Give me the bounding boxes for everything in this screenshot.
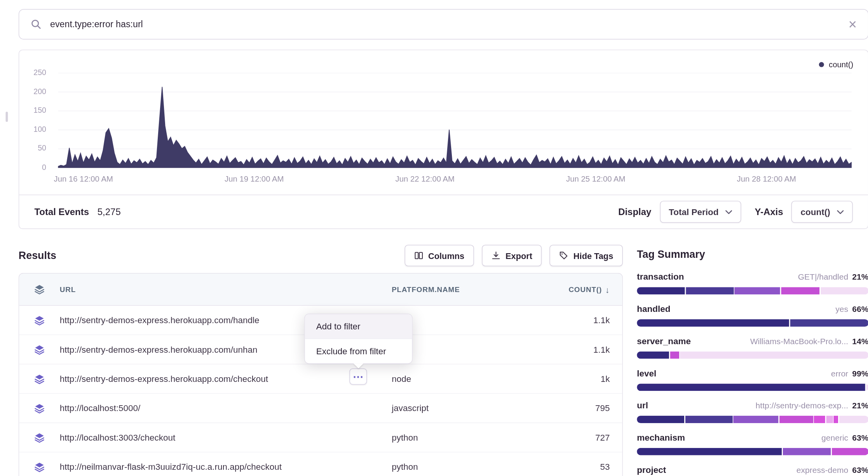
column-header-count[interactable]: COUNT() ↓: [548, 285, 622, 294]
tag-name: server_name: [637, 336, 691, 346]
tag-percent: 66%: [852, 304, 868, 313]
y-tick-label: 250: [33, 68, 46, 77]
results-toolbar: Columns Export Hide Tags: [404, 245, 623, 266]
context-menu-arrow: [354, 363, 364, 368]
tag-percent: 21%: [852, 401, 868, 410]
tag-value-group: express-demo63%: [797, 465, 868, 475]
menu-item-add-to-filter[interactable]: Add to filter: [305, 314, 412, 339]
tag-name: url: [637, 401, 648, 411]
left-resize-handle[interactable]: [6, 112, 8, 122]
layers-icon: [19, 344, 59, 355]
chart-legend: count(): [819, 60, 853, 69]
tag-icon: [559, 251, 568, 260]
tag-bar-segment: [783, 448, 831, 455]
column-header-url[interactable]: URL: [60, 285, 392, 294]
y-axis-label: Y-Axis: [755, 206, 783, 217]
tag-value: GET|/handled: [798, 273, 848, 282]
x-tick-label: Jun 16 12:00 AM: [54, 174, 113, 183]
tag-bar[interactable]: [637, 416, 868, 423]
tag-head: mechanismgeneric63%: [637, 433, 868, 443]
download-icon: [492, 251, 500, 260]
tag-bar-segment: [814, 416, 825, 423]
columns-icon: [414, 251, 423, 260]
layers-icon: [19, 315, 59, 326]
hide-tags-button[interactable]: Hide Tags: [550, 245, 623, 266]
tag-head: handledyes66%: [637, 304, 868, 314]
y-tick-label: 100: [33, 125, 46, 134]
tag-section: server_nameWilliams-MacBook-Pro.lo...14%: [637, 336, 868, 359]
tag-bar-segment: [781, 287, 820, 294]
tag-bar-segment: [866, 383, 868, 391]
tag-bar-segment: [832, 448, 868, 455]
search-icon: [30, 19, 42, 30]
chevron-down-icon: [837, 210, 844, 214]
legend-dot-icon: [819, 62, 824, 67]
tag-head: levelerror99%: [637, 368, 868, 378]
tag-value-group: Williams-MacBook-Pro.lo...14%: [750, 336, 868, 346]
tag-bar-segment: [637, 352, 669, 359]
tag-value: generic: [821, 433, 848, 442]
tag-name: project: [637, 465, 666, 475]
sort-desc-icon: ↓: [605, 285, 610, 294]
search-input[interactable]: [49, 19, 849, 30]
tag-section: projectexpress-demo63%: [637, 465, 868, 476]
tag-bar-segment: [637, 383, 865, 391]
events-chart[interactable]: [58, 73, 851, 168]
tag-bar-segment: [637, 416, 684, 423]
export-button[interactable]: Export: [482, 245, 542, 266]
row-url: http://sentry-demos-express.herokuapp.co…: [60, 374, 392, 384]
tag-percent: 63%: [852, 466, 868, 474]
chart-area-path: [58, 87, 851, 168]
tag-value: Williams-MacBook-Pro.lo...: [750, 337, 848, 346]
tag-bar[interactable]: [637, 319, 868, 327]
table-row[interactable]: http://neilmanvar-flask-m3uuizd7iq-uc.a.…: [19, 452, 622, 476]
total-events-label: Total Events: [34, 206, 89, 217]
menu-item-exclude-from-filter[interactable]: Exclude from filter: [305, 339, 412, 363]
display-dropdown[interactable]: Total Period: [660, 201, 741, 223]
row-platform: python: [392, 462, 548, 472]
row-count: 727: [548, 432, 622, 443]
columns-button[interactable]: Columns: [404, 245, 474, 266]
tag-section: levelerror99%: [637, 368, 868, 391]
search-bar: ×: [19, 9, 868, 39]
y-tick-label: 50: [38, 144, 46, 152]
results-table: URL PLATFORM.NAME COUNT() ↓ http://sentr…: [19, 273, 623, 476]
row-count: 1k: [548, 374, 622, 384]
count-header-label: COUNT(): [568, 285, 602, 294]
tag-head: transactionGET|/handled21%: [637, 272, 868, 282]
tag-bar-segment: [685, 416, 732, 423]
tag-list: transactionGET|/handled21%handledyes66%s…: [637, 272, 868, 476]
table-row[interactable]: http://localhost:3003/checkoutpython727: [19, 423, 622, 452]
clear-search-icon[interactable]: ×: [849, 16, 857, 32]
events-chart-panel: count() 250200150100500 Jun 16 12:00 AMJ…: [19, 50, 868, 229]
tag-value: express-demo: [797, 466, 848, 474]
tag-bar-segment: [637, 287, 685, 294]
total-events-value: 5,275: [98, 206, 121, 217]
table-row[interactable]: http://sentry-demos-express.herokuapp.co…: [19, 364, 622, 394]
tag-section: handledyes66%: [637, 304, 868, 327]
layers-icon: [19, 432, 59, 443]
y-axis-dropdown[interactable]: count(): [791, 201, 852, 223]
table-row[interactable]: http://localhost:5000/javascript795: [19, 394, 622, 423]
tag-bar-segment: [779, 416, 813, 423]
x-tick-label: Jun 25 12:00 AM: [566, 174, 625, 183]
tag-head: projectexpress-demo63%: [637, 465, 868, 475]
columns-button-label: Columns: [428, 251, 464, 261]
export-button-label: Export: [505, 251, 532, 261]
tag-bar[interactable]: [637, 287, 868, 294]
row-actions-button[interactable]: ⋯: [349, 368, 367, 385]
tag-bar[interactable]: [637, 383, 868, 391]
tag-section: transactionGET|/handled21%: [637, 272, 868, 294]
layers-icon: [19, 461, 59, 472]
tag-bar[interactable]: [637, 448, 868, 455]
results-title: Results: [19, 249, 56, 262]
tag-name: transaction: [637, 272, 684, 282]
column-header-platform[interactable]: PLATFORM.NAME: [392, 285, 548, 294]
context-menu: Add to filterExclude from filter: [304, 314, 413, 364]
tag-bar[interactable]: [637, 352, 868, 359]
y-axis-dropdown-value: count(): [801, 207, 830, 217]
tag-value-group: GET|/handled21%: [798, 272, 868, 282]
table-header: URL PLATFORM.NAME COUNT() ↓: [19, 274, 622, 306]
layers-icon: [19, 402, 59, 414]
y-tick-label: 200: [33, 87, 46, 96]
